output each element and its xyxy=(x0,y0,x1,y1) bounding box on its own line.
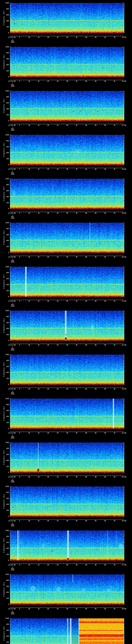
y-tick-label: 200 xyxy=(0,642,9,643)
y-tick-label: 800 xyxy=(0,272,9,274)
x-tick-label: 10 xyxy=(28,81,30,82)
y-tick-label: 200 xyxy=(0,510,9,511)
spectrogram-panel: Frequency (Hz)1000800600400200022:24:005… xyxy=(0,440,132,484)
x-tick-label: 55 xyxy=(114,432,116,434)
y-tick-label: 600 xyxy=(0,542,9,543)
y-tick-label: 0 xyxy=(0,120,9,122)
x-tick-label: 45 xyxy=(95,300,96,302)
x-tick-label: 25 xyxy=(57,81,58,82)
x-tick-label: 35 xyxy=(76,476,78,478)
x-tick-label: 25 xyxy=(57,476,58,478)
x-axis-start-time-label: 22:14:00 xyxy=(8,37,16,38)
x-tick-label: 15 xyxy=(38,37,40,38)
y-tick-label: 0 xyxy=(0,208,9,210)
y-tick-label: 200 xyxy=(0,114,9,116)
x-axis-end-time-label: 20:00 xyxy=(122,256,126,258)
x-tick-label: 35 xyxy=(76,212,78,214)
y-tick-label: 0 xyxy=(0,252,9,253)
date-line: 2015 xyxy=(11,438,14,439)
x-tick-label: 5 xyxy=(19,432,20,434)
y-axis-title: Frequency (Hz) xyxy=(3,98,5,113)
x-axis-end-time-label: 25:00 xyxy=(122,476,126,478)
y-axis-title: Frequency (Hz) xyxy=(3,494,5,509)
y-tick-label: 800 xyxy=(0,52,9,54)
y-tick-label: 1000 xyxy=(0,310,9,312)
x-tick-label: 50 xyxy=(104,476,106,478)
y-tick-label: 600 xyxy=(0,102,9,104)
x-tick-label: 15 xyxy=(38,432,40,434)
y-tick-label: 0 xyxy=(0,76,9,78)
spectrogram-panel: Frequency (Hz)1000800600400200022:26:005… xyxy=(0,528,132,572)
x-tick-label: 45 xyxy=(95,520,96,522)
y-tick-label: 600 xyxy=(0,58,9,60)
x-tick-label: 55 xyxy=(114,476,116,478)
x-tick-label: 35 xyxy=(76,125,78,126)
spectrogram-panel: Frequency (Hz)1000800600400200022:14:005… xyxy=(0,0,132,44)
x-tick-label: 15 xyxy=(38,125,40,126)
y-tick-label: 400 xyxy=(0,284,9,286)
x-tick-label: 50 xyxy=(104,388,106,390)
x-tick-label: 10 xyxy=(28,344,30,346)
y-tick-label: 600 xyxy=(0,14,9,16)
x-tick-label: 25 xyxy=(57,388,58,390)
x-axis-start-time-label: 22:25:00 xyxy=(8,520,16,522)
y-tick-label: 400 xyxy=(0,460,9,461)
x-axis-start-time-label: 22:21:00 xyxy=(8,344,16,346)
y-tick-label: 400 xyxy=(0,196,9,198)
y-tick-label: 200 xyxy=(0,202,9,204)
x-axis-start-time-label: 22:26:00 xyxy=(8,564,16,566)
x-tick-label: 55 xyxy=(114,37,116,38)
x-tick-label: 35 xyxy=(76,256,78,258)
x-tick-label: 45 xyxy=(95,432,96,434)
x-tick-label: 55 xyxy=(114,125,116,126)
y-tick-label: 600 xyxy=(0,278,9,280)
x-tick-label: 45 xyxy=(95,564,96,566)
x-tick-label: 35 xyxy=(76,432,78,434)
x-tick-label: 50 xyxy=(104,432,106,434)
y-tick-label: 1000 xyxy=(0,90,9,92)
y-tick-label: 800 xyxy=(0,184,9,186)
x-axis-start-time-label: 22:22:00 xyxy=(8,388,16,390)
y-axis-title: Frequency (Hz) xyxy=(3,362,5,377)
x-tick-label: 25 xyxy=(57,212,58,214)
x-tick-label: 10 xyxy=(28,476,30,478)
x-tick-label: 20 xyxy=(47,388,49,390)
x-axis-start-time-label: 22:27:00 xyxy=(8,608,16,610)
y-tick-label: 200 xyxy=(0,378,9,379)
x-tick-label: 50 xyxy=(104,256,106,258)
y-tick-label: 0 xyxy=(0,296,9,298)
y-tick-label: 400 xyxy=(0,152,9,154)
y-tick-label: 600 xyxy=(0,190,9,192)
y-tick-label: 800 xyxy=(0,96,9,98)
x-tick-label: 30 xyxy=(66,37,68,38)
y-tick-label: 800 xyxy=(0,536,9,537)
x-tick-label: 10 xyxy=(28,432,30,434)
x-tick-label: 5 xyxy=(19,388,20,390)
x-tick-label: 5 xyxy=(19,125,20,126)
spectrogram-panel: Frequency (Hz)1000800600400200022:15:005… xyxy=(0,44,132,88)
x-tick-label: 35 xyxy=(76,81,78,82)
x-tick-label: 40 xyxy=(85,388,87,390)
y-tick-label: 600 xyxy=(0,366,9,367)
x-tick-label: 35 xyxy=(76,344,78,346)
x-tick-label: 10 xyxy=(28,520,30,522)
x-tick-label: 45 xyxy=(95,608,96,610)
x-tick-label: 40 xyxy=(85,300,87,302)
x-tick-label: 20 xyxy=(47,212,49,214)
y-axis-title: Frequency (Hz) xyxy=(3,406,5,421)
x-tick-label: 30 xyxy=(66,344,68,346)
y-tick-label: 1000 xyxy=(0,442,9,443)
x-tick-label: 5 xyxy=(19,212,20,214)
x-tick-label: 45 xyxy=(95,37,96,38)
x-tick-label: 40 xyxy=(85,256,87,258)
x-tick-label: 5 xyxy=(19,37,20,38)
y-tick-label: 0 xyxy=(0,340,9,341)
x-tick-label: 55 xyxy=(114,256,116,258)
x-axis-end-time-label: 15:00 xyxy=(122,37,126,38)
x-tick-label: 20 xyxy=(47,608,49,610)
x-tick-label: 50 xyxy=(104,344,106,346)
x-tick-label: 45 xyxy=(95,168,96,170)
y-tick-label: 800 xyxy=(0,492,9,493)
y-tick-label: 400 xyxy=(0,504,9,505)
spectrogram-panel: Frequency (Hz)1000800600400200022:25:005… xyxy=(0,484,132,528)
